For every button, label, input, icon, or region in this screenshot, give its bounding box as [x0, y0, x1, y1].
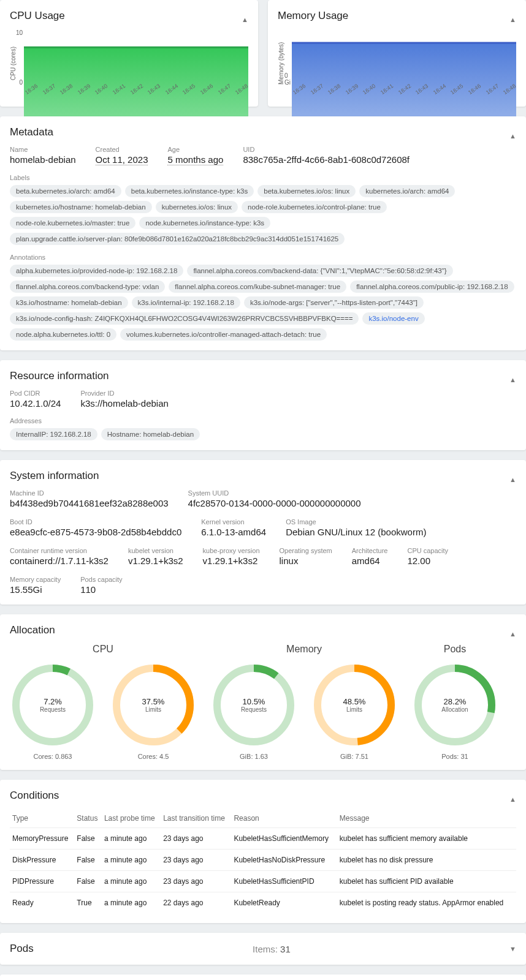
- node-name: homelab-debian: [10, 154, 76, 165]
- chip: InternalIP: 192.168.2.18: [10, 428, 97, 440]
- resource-title: Resource information: [10, 370, 109, 382]
- cpu-usage-card: CPU Usage ▲ CPU (cores) 100 16:3616:3716…: [0, 0, 258, 107]
- chip: k3s.io/node-config-hash: Z4IQFKQXH4QL6FH…: [10, 312, 359, 325]
- system-info-card: System information ▲ Machine IDb4f438ed9…: [0, 460, 526, 605]
- chip[interactable]: k3s.io/node-env: [362, 312, 424, 325]
- collapse-icon[interactable]: ▲: [509, 796, 516, 803]
- chip: beta.kubernetes.io/instance-type: k3s: [125, 185, 254, 197]
- cpu-usage-title: CPU Usage: [10, 10, 65, 22]
- system-value: v1.29.1+k3s2: [128, 556, 183, 566]
- donut-chart: 10.5%Requests: [211, 662, 297, 748]
- conditions-title: Conditions: [10, 790, 59, 802]
- chip: k3s.io/internal-ip: 192.168.2.18: [132, 296, 240, 309]
- system-value: linux: [280, 556, 332, 566]
- chip: beta.kubernetes.io/arch: amd64: [10, 185, 121, 197]
- chip: flannel.alpha.coreos.com/backend-type: v…: [10, 281, 165, 293]
- cpu-ylabel: CPU (cores): [10, 29, 17, 97]
- system-value: b4f438ed9b70441681eef32a8288e003: [10, 498, 169, 508]
- chip: flannel.alpha.coreos.com/backend-data: {…: [187, 265, 452, 277]
- chip: alpha.kubernetes.io/provided-node-ip: 19…: [10, 265, 183, 277]
- system-value: 110: [80, 584, 122, 595]
- memory-usage-title: Memory Usage: [278, 10, 348, 22]
- chip: flannel.alpha.coreos.com/public-ip: 192.…: [350, 281, 514, 293]
- events-card[interactable]: Events Items: 0 ▼: [0, 974, 526, 980]
- system-value: amd64: [352, 556, 388, 566]
- chip: kubernetes.io/hostname: homelab-debian: [10, 201, 152, 213]
- uid: 838c765a-2ffd-4c66-8ab1-608c0d72608f: [243, 154, 410, 165]
- system-value: e8ea9cfc-e875-4573-9b08-2d58b4ebddc0: [10, 527, 181, 537]
- addresses-chips: InternalIP: 192.168.2.18Hostname: homela…: [10, 428, 516, 440]
- mem-xticks: 16:3616:3716:3816:3916:4016:4116:4216:43…: [292, 91, 516, 97]
- chip: node-role.kubernetes.io/master: true: [10, 217, 135, 229]
- chip: node.kubernetes.io/instance-type: k3s: [139, 217, 270, 229]
- labels-chips: beta.kubernetes.io/arch: amd64beta.kuber…: [10, 185, 516, 245]
- conditions-table: TypeStatusLast probe timeLast transition…: [10, 809, 516, 913]
- collapse-icon[interactable]: ▲: [509, 376, 516, 383]
- memory-chart: Memory (bytes) 0 Gi 16:3616:3716:3816:39…: [278, 29, 516, 97]
- system-value: containerd://1.7.11-k3s2: [10, 556, 109, 566]
- system-value: v1.29.1+k3s2: [203, 556, 260, 566]
- pods-card[interactable]: Pods Items: 31 ▼: [0, 933, 526, 965]
- pods-title: Pods: [10, 943, 34, 955]
- chip: flannel.alpha.coreos.com/kube-subnet-man…: [169, 281, 346, 293]
- age: 5 months ago: [167, 154, 223, 165]
- system-title: System information: [10, 470, 99, 482]
- conditions-card: Conditions ▲ TypeStatusLast probe timeLa…: [0, 780, 526, 923]
- system-fields: Machine IDb4f438ed9b70441681eef32a8288e0…: [10, 489, 516, 595]
- chip: kubernetes.io/os: linux: [156, 201, 238, 213]
- chip: volumes.kubernetes.io/controller-managed…: [120, 328, 327, 341]
- allocation-donuts: CPU7.2%RequestsCores: 0.86337.5%LimitsCo…: [10, 644, 516, 760]
- table-row: ReadyTruea minute ago22 days agoKubeletR…: [10, 892, 516, 914]
- system-value: 15.55Gi: [10, 584, 61, 595]
- chip: Hostname: homelab-debian: [101, 428, 200, 440]
- chip: beta.kubernetes.io/os: linux: [257, 185, 356, 197]
- chip: kubernetes.io/arch: amd64: [359, 185, 455, 197]
- pod-cidr: 10.42.1.0/24: [10, 398, 61, 409]
- system-value: 12.00: [407, 556, 448, 566]
- system-value: 4fc28570-0134-0000-0000-000000000000: [188, 498, 361, 508]
- donut-chart: 48.5%Limits: [311, 662, 397, 748]
- cpu-xticks: 16:3616:3716:3816:3916:4016:4116:4216:43…: [24, 91, 248, 97]
- chip: k3s.io/hostname: homelab-debian: [10, 296, 128, 309]
- chip: node.alpha.kubernetes.io/ttl: 0: [10, 328, 116, 341]
- system-value: 6.1.0-13-amd64: [201, 527, 266, 537]
- collapse-icon[interactable]: ▲: [509, 476, 516, 483]
- collapse-icon[interactable]: ▲: [509, 132, 516, 140]
- chip: node-role.kubernetes.io/control-plane: t…: [242, 201, 387, 213]
- allocation-card: Allocation ▲ CPU7.2%RequestsCores: 0.863…: [0, 614, 526, 770]
- system-value: Debian GNU/Linux 12 (bookworm): [286, 527, 426, 537]
- chip: plan.upgrade.cattle.io/server-plan: 80fe…: [10, 233, 345, 245]
- mem-ylabel: Memory (bytes): [278, 29, 284, 97]
- created-date: Oct 11, 2023: [96, 154, 148, 165]
- table-row: MemoryPressureFalsea minute ago23 days a…: [10, 828, 516, 850]
- annotations-chips: alpha.kubernetes.io/provided-node-ip: 19…: [10, 265, 516, 341]
- chip: k3s.io/node-args: ["server","--https-lis…: [244, 296, 424, 309]
- collapse-icon[interactable]: ▲: [509, 16, 516, 23]
- resource-info-card: Resource information ▲ Pod CIDR10.42.1.0…: [0, 360, 526, 450]
- metadata-card: Metadata ▲ Namehomelab-debian CreatedOct…: [0, 116, 526, 350]
- cpu-chart: CPU (cores) 100 16:3616:3716:3816:3916:4…: [10, 29, 248, 97]
- collapse-icon[interactable]: ▲: [242, 16, 248, 23]
- expand-icon[interactable]: ▼: [509, 945, 516, 952]
- table-row: DiskPressureFalsea minute ago23 days ago…: [10, 850, 516, 871]
- memory-usage-card: Memory Usage ▲ Memory (bytes) 0 Gi 16:36…: [268, 0, 526, 107]
- provider-id: k3s://homelab-debian: [80, 398, 168, 409]
- donut-chart: 37.5%Limits: [110, 662, 196, 748]
- donut-chart: 28.2%Allocation: [412, 662, 498, 748]
- table-row: PIDPressureFalsea minute ago23 days agoK…: [10, 871, 516, 892]
- collapse-icon[interactable]: ▲: [509, 630, 516, 638]
- allocation-title: Allocation: [10, 624, 55, 636]
- metadata-title: Metadata: [10, 126, 53, 138]
- donut-chart: 7.2%Requests: [10, 662, 96, 748]
